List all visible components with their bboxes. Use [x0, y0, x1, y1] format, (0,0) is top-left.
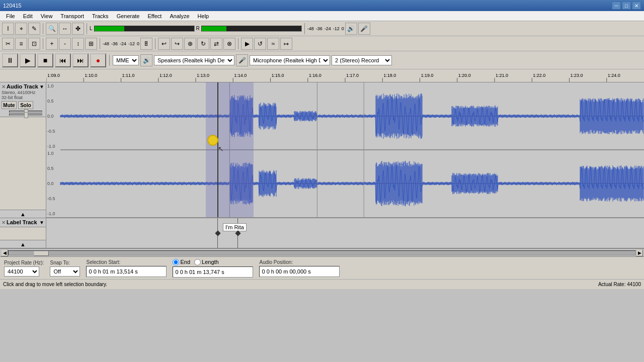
zoom-out-btn[interactable]: - — [59, 38, 71, 50]
draw-tool[interactable]: ✎ — [28, 23, 40, 35]
stop-button[interactable]: ■ — [37, 53, 53, 67]
audio-position-label: Audio Position: — [259, 259, 340, 265]
actual-rate: Actual Rate: 44100 — [598, 282, 641, 287]
label-track-waveform[interactable]: I'm Rita — [46, 218, 644, 248]
audio-track-info2: 32-bit float — [2, 95, 44, 100]
multi-tool[interactable]: ✤ — [72, 23, 84, 35]
maximize-button[interactable]: □ — [622, 2, 631, 10]
waveform-canvas — [46, 82, 644, 217]
scroll-left-arrow[interactable]: ◀ — [1, 249, 8, 256]
loop-play-btn[interactable]: ↺ — [254, 38, 266, 50]
audio-track-arrow[interactable]: ▼ — [39, 84, 44, 89]
zoom-tool[interactable]: 🔍 — [46, 23, 58, 35]
audio-track-expand[interactable]: ▲ — [0, 210, 46, 218]
selection-start-input[interactable]: 0 0 h 01 m 13,514 s — [86, 266, 167, 277]
selection-tool[interactable]: I — [2, 23, 14, 35]
label-track-header: ✕ Label Track ▼ — [0, 218, 46, 227]
label-track-panel: ✕ Label Track ▼ ▲ — [0, 218, 46, 248]
record-button[interactable]: ● — [90, 53, 106, 67]
label-tag[interactable]: I'm Rita — [223, 223, 247, 231]
pause-button[interactable]: ⏸ — [2, 53, 18, 67]
scroll-right-arrow[interactable]: ▶ — [636, 249, 643, 256]
end-length-radios: End Length — [173, 259, 253, 265]
end-value-input[interactable]: 0 0 h 01 m 13,747 s — [173, 266, 253, 278]
skip-back-button[interactable]: ⏮ — [55, 53, 71, 67]
scroll-thumb[interactable] — [34, 251, 49, 256]
loop-btn[interactable]: ↻ — [197, 38, 209, 50]
audio-track-container: ✕ Audio Track ▼ Stereo, 44100Hz 32-bit f… — [0, 82, 644, 218]
sep1 — [43, 23, 43, 34]
audio-position-input[interactable]: 0 0 h 00 m 00,000 s — [259, 266, 340, 277]
undo-btn[interactable]: ↩ — [158, 38, 170, 50]
project-rate-select[interactable]: 44100 — [4, 266, 39, 277]
menu-tracks[interactable]: Tracks — [88, 12, 113, 20]
close-button[interactable]: ✕ — [632, 2, 641, 10]
menu-effect[interactable]: Effect — [144, 12, 166, 20]
zoom-fit-btn[interactable]: ⊞ — [85, 38, 97, 50]
snap-to-label: Snap To: — [50, 260, 80, 265]
loop2-btn[interactable]: ⇄ — [210, 38, 222, 50]
transport-bar: ⏸ ▶ ■ ⏮ ⏭ ● MME 🔊 Speakers (Realtek High… — [0, 51, 644, 69]
audio-track-panel: ✕ Audio Track ▼ Stereo, 44100Hz 32-bit f… — [0, 82, 46, 218]
sep-transport — [109, 55, 110, 66]
silence-btn[interactable]: ≡ — [15, 38, 27, 50]
skip-forward-button[interactable]: ⏭ — [72, 53, 89, 67]
menu-transport[interactable]: Transport — [56, 12, 88, 20]
sep4 — [43, 38, 43, 49]
channels-select[interactable]: 2 (Stereo) Record — [332, 55, 392, 65]
speaker-icon[interactable]: 🔊 — [345, 23, 357, 35]
snap-to-select[interactable]: Off — [50, 266, 80, 277]
sep5 — [100, 38, 100, 49]
end-radio[interactable] — [173, 259, 179, 265]
length-radio[interactable] — [194, 259, 201, 265]
redo-btn[interactable]: ↪ — [171, 38, 183, 50]
menu-view[interactable]: View — [37, 12, 57, 20]
driver-select[interactable]: MME — [113, 55, 139, 65]
pan-thumb[interactable] — [24, 112, 28, 118]
label-track-container: ✕ Label Track ▼ ▲ I'm Rita — [0, 218, 644, 248]
pan-row — [4, 114, 42, 116]
play-sel-btn[interactable]: ▶ — [241, 38, 253, 50]
timeshift-tool[interactable]: ↔ — [59, 23, 71, 35]
zoom-in-btn[interactable]: + — [46, 38, 58, 50]
label-track-name: Label Track — [7, 219, 38, 225]
solo-button[interactable]: Solo — [18, 101, 33, 109]
clip-btn[interactable]: ⊡ — [28, 38, 40, 50]
mic-icon[interactable]: 🎤 — [358, 23, 370, 35]
ruler-canvas — [46, 69, 644, 82]
vu-meter-area: L R — [90, 26, 302, 32]
menu-file[interactable]: File — [2, 12, 19, 20]
speaker-select[interactable]: Speakers (Realtek High Defi — [154, 55, 234, 65]
menu-help[interactable]: Help — [194, 12, 213, 20]
mute-button[interactable]: Mute — [2, 101, 17, 109]
sync-btn[interactable]: ⊕ — [184, 38, 196, 50]
loop3-btn[interactable]: ⊗ — [223, 38, 235, 50]
scroll-track[interactable] — [8, 250, 636, 255]
mic-device-icon: 🎤 — [236, 54, 248, 66]
pan-slider-track[interactable] — [9, 114, 42, 116]
audio-track-waveform[interactable]: 1.0 0.5 0.0 -0.5 -1.0 1.0 0.5 0.0 -0.5 -… — [46, 82, 644, 218]
audio-track-header: ✕ Audio Track ▼ Stereo, 44100Hz 32-bit f… — [0, 82, 46, 117]
label-track-close[interactable]: ✕ — [2, 220, 6, 225]
play-button[interactable]: ▶ — [20, 53, 36, 67]
zoom-sel-btn[interactable]: ↕ — [72, 38, 84, 50]
envelope-tool[interactable]: ⌖ — [15, 23, 27, 35]
timeline-btn[interactable]: ↦ — [280, 38, 292, 50]
horizontal-scrollbar[interactable]: ◀ ▶ — [0, 248, 644, 256]
menu-analyze[interactable]: Analyze — [166, 12, 193, 20]
selection-start-label: Selection Start: — [86, 259, 167, 265]
scrub-btn[interactable]: ≈ — [267, 38, 279, 50]
label-track-arrow[interactable]: ▼ — [39, 220, 44, 225]
menu-edit[interactable]: Edit — [19, 12, 37, 20]
menu-generate[interactable]: Generate — [113, 12, 144, 20]
minimize-button[interactable]: ─ — [612, 2, 621, 10]
mic-gain-btn[interactable]: 🎚 — [140, 38, 152, 50]
audio-track-close[interactable]: ✕ — [2, 84, 6, 89]
mic-select[interactable]: Microphone (Realtek High Defi — [250, 55, 330, 65]
label-track-expand[interactable]: ▲ — [0, 240, 46, 248]
audio-track-name: Audio Track — [7, 83, 38, 89]
menu-bar: File Edit View Transport Tracks Generate… — [0, 11, 644, 21]
cursor-arrow: ↖ — [218, 145, 224, 153]
trim-btn[interactable]: ✂ — [2, 38, 14, 50]
bottom-channel-scale: 1.0 0.5 0.0 -0.5 -1.0 — [46, 150, 60, 217]
